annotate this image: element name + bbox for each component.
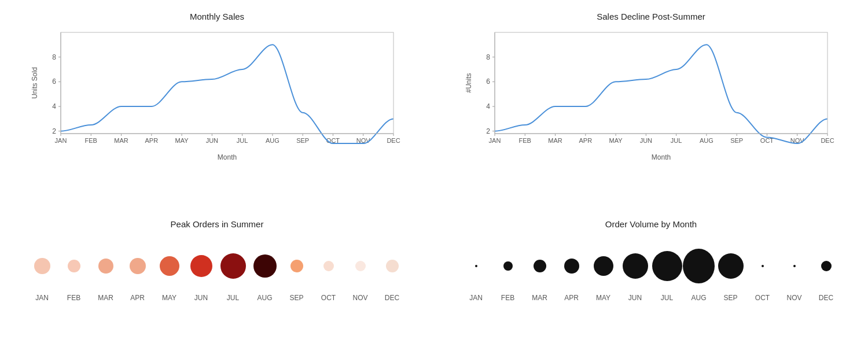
order-volume-title: Order Volume by Month (605, 219, 697, 229)
svg-text:DEC: DEC (821, 137, 834, 144)
bubble-month-label: APR (122, 294, 153, 302)
bubble-month-label: OCT (746, 294, 778, 302)
bubble (564, 259, 579, 274)
svg-text:DEC: DEC (387, 137, 400, 144)
bubble (652, 251, 682, 281)
bubble-cell (90, 243, 122, 289)
bubble (355, 261, 366, 271)
bubble-month-label: APR (556, 294, 587, 302)
bubble (821, 261, 832, 271)
bubble-cell (587, 243, 619, 289)
bubble-cell (492, 243, 524, 289)
svg-text:#Units: #Units (465, 73, 473, 93)
svg-text:JAN: JAN (55, 137, 67, 144)
bubble-month-label: AUG (683, 294, 715, 302)
bubble-month-label: MAY (587, 294, 619, 302)
svg-text:APR: APR (145, 137, 159, 144)
bubble-cell (460, 243, 492, 289)
bubble-cell (217, 243, 249, 289)
bubble-month-label: JUL (651, 294, 683, 302)
bubble-cell (58, 243, 90, 289)
monthly-sales-svg: 2468Units SoldJANFEBMARAPRMAYJUNJULAUGSE… (29, 24, 405, 163)
bubble-month-label: DEC (376, 294, 408, 302)
bubble (190, 255, 212, 277)
svg-text:4: 4 (486, 102, 490, 110)
bubble (793, 265, 796, 267)
bubble-month-label: NOV (778, 294, 810, 302)
bubble-cell (524, 243, 556, 289)
bubble-label-row: JANFEBMARAPRMAYJUNJULAUGSEPOCTNOVDEC (26, 294, 408, 302)
peak-orders-chart: Peak Orders in Summer JANFEBMARAPRMAYJUN… (0, 174, 434, 347)
bubble (290, 260, 303, 272)
bubble-month-label: MAR (90, 294, 122, 302)
bubble-row (460, 243, 842, 289)
svg-text:AUG: AUG (266, 137, 279, 144)
svg-rect-36 (61, 32, 393, 134)
svg-text:AUG: AUG (700, 137, 713, 144)
bubble-cell (651, 243, 683, 289)
bubble-cell (810, 243, 842, 289)
svg-text:FEB: FEB (85, 137, 97, 144)
svg-text:6: 6 (486, 77, 490, 86)
bubble-month-label: JUL (217, 294, 249, 302)
svg-text:FEB: FEB (519, 137, 531, 144)
bubble-cell (715, 243, 746, 289)
bubble-cell (122, 243, 153, 289)
bubble-month-label: SEP (715, 294, 746, 302)
svg-text:JUL: JUL (237, 137, 248, 144)
sales-decline-title: Sales Decline Post-Summer (597, 12, 705, 21)
bubble-month-label: JAN (460, 294, 492, 302)
bubble-month-label: JUN (185, 294, 217, 302)
bubble (503, 261, 513, 271)
svg-text:MAY: MAY (609, 137, 623, 144)
bubble-cell (26, 243, 58, 289)
bubble (386, 260, 399, 272)
svg-text:JUN: JUN (206, 137, 218, 144)
peak-orders-bubbles: JANFEBMARAPRMAYJUNJULAUGSEPOCTNOVDEC (26, 243, 408, 302)
bubble-row (26, 243, 408, 289)
monthly-sales-title: Monthly Sales (190, 12, 244, 21)
svg-text:MAY: MAY (175, 137, 189, 144)
bubble-cell (556, 243, 587, 289)
svg-text:SEP: SEP (296, 137, 309, 144)
bubble-cell (281, 243, 312, 289)
bubble (683, 249, 715, 283)
svg-text:Month: Month (218, 153, 237, 161)
svg-text:MAR: MAR (548, 137, 562, 144)
bubble (475, 265, 477, 267)
bubble-cell (312, 243, 344, 289)
bubble-cell (746, 243, 778, 289)
bubble (34, 258, 50, 274)
svg-text:JAN: JAN (489, 137, 501, 144)
bubble-month-label: NOV (344, 294, 376, 302)
svg-text:MAR: MAR (114, 137, 128, 144)
order-volume-chart: Order Volume by Month JANFEBMARAPRMAYJUN… (434, 174, 868, 347)
sales-decline-svg: 2468#UnitsJANFEBMARAPRMAYJUNJULAUGSEPOCT… (463, 24, 839, 163)
svg-text:4: 4 (52, 102, 56, 110)
bubble (160, 256, 179, 276)
bubble-cell (619, 243, 651, 289)
order-volume-bubbles: JANFEBMARAPRMAYJUNJULAUGSEPOCTNOVDEC (460, 243, 842, 302)
peak-orders-title: Peak Orders in Summer (171, 219, 264, 229)
bubble (623, 253, 648, 279)
bubble (323, 261, 334, 271)
svg-text:APR: APR (579, 137, 593, 144)
svg-text:8: 8 (52, 53, 56, 61)
bubble-label-row: JANFEBMARAPRMAYJUNJULAUGSEPOCTNOVDEC (460, 294, 842, 302)
bubble-month-label: AUG (249, 294, 281, 302)
svg-text:Month: Month (652, 153, 671, 161)
dashboard-grid: Monthly Sales 2468Units SoldJANFEBMARAPR… (0, 0, 868, 347)
bubble-month-label: FEB (492, 294, 524, 302)
sales-decline-chart: Sales Decline Post-Summer 2468#UnitsJANF… (434, 0, 868, 174)
bubble (253, 254, 277, 278)
bubble-cell (376, 243, 408, 289)
monthly-sales-chart: Monthly Sales 2468Units SoldJANFEBMARAPR… (0, 0, 434, 174)
bubble-month-label: MAY (153, 294, 185, 302)
bubble-cell (153, 243, 185, 289)
svg-text:SEP: SEP (730, 137, 743, 144)
svg-text:2: 2 (52, 127, 56, 135)
bubble (130, 258, 146, 274)
bubble-cell (683, 243, 715, 289)
bubble (98, 259, 113, 274)
bubble-month-label: JAN (26, 294, 58, 302)
